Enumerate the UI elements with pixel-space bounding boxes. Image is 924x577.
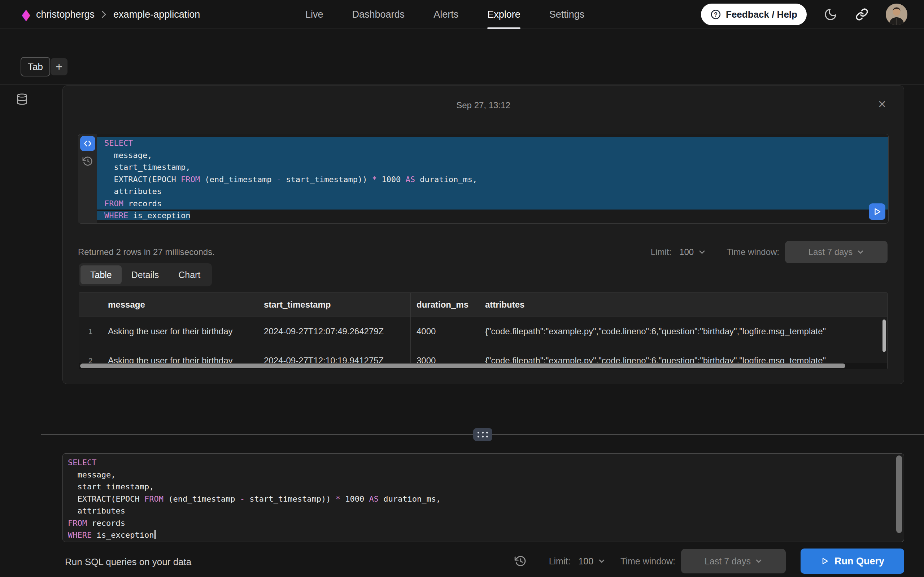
close-icon[interactable]: ✕ bbox=[878, 98, 887, 110]
database-schema-icon[interactable] bbox=[16, 93, 28, 105]
feedback-help-button[interactable]: ? Feedback / Help bbox=[701, 3, 807, 25]
svg-text:?: ? bbox=[714, 11, 717, 18]
sql-line: EXTRACT(EPOCH FROM (end_timestamp - star… bbox=[63, 493, 904, 505]
result-controls: Limit: 100 Time window: Last 7 days bbox=[651, 241, 888, 263]
chevron-right-icon bbox=[101, 10, 107, 18]
question-circle-icon: ? bbox=[710, 9, 721, 20]
tab-details[interactable]: Details bbox=[122, 266, 168, 284]
query-tab[interactable]: Tab bbox=[21, 57, 50, 76]
sql-line: start_timestamp, bbox=[63, 481, 904, 493]
table-horizontal-scrollbar[interactable] bbox=[80, 364, 845, 368]
result-status-text: Returned 2 rows in 27 milliseconds. bbox=[78, 247, 215, 257]
pane-splitter-handle[interactable] bbox=[473, 428, 492, 441]
sql-line: EXTRACT(EPOCH FROM (end_timestamp - star… bbox=[97, 174, 888, 186]
dark-mode-moon-icon[interactable] bbox=[824, 8, 837, 21]
sql-line: message, bbox=[63, 469, 904, 481]
chevron-down-icon bbox=[857, 250, 864, 254]
query-result-card: Sep 27, 13:12 ✕ SELECT message, start_ti… bbox=[63, 85, 904, 384]
table-vertical-scrollbar[interactable] bbox=[882, 319, 886, 352]
cell-start-timestamp: 2024-09-27T12:07:49.264279Z bbox=[258, 317, 411, 346]
sql-line: SELECT bbox=[63, 456, 904, 469]
time-window-label: Time window: bbox=[727, 247, 779, 257]
footer-hint-text: Run SQL queries on your data bbox=[65, 556, 191, 567]
header-actions: ? Feedback / Help bbox=[701, 0, 908, 29]
time-window-dropdown[interactable]: Last 7 days bbox=[785, 241, 888, 263]
sql-line: start_timestamp, bbox=[97, 161, 888, 174]
sql-query-editor[interactable]: SELECT message, start_timestamp, EXTRACT… bbox=[63, 453, 904, 542]
chevron-down-icon bbox=[755, 559, 762, 563]
limit-label: Limit: bbox=[549, 556, 571, 567]
drag-dots-icon bbox=[478, 432, 488, 437]
column-header-start-timestamp: start_timestamp bbox=[258, 293, 411, 317]
tab-strip-divider bbox=[0, 84, 924, 85]
limit-dropdown[interactable]: 100 bbox=[578, 556, 605, 567]
tab-table[interactable]: Table bbox=[81, 266, 122, 284]
editor-gutter bbox=[78, 134, 97, 223]
editor-vertical-scrollbar[interactable] bbox=[896, 456, 902, 533]
sql-line: FROM records bbox=[97, 198, 888, 210]
table-horizontal-scrollbar-track bbox=[79, 363, 887, 369]
share-link-icon[interactable] bbox=[855, 8, 868, 21]
row-number-header bbox=[79, 293, 102, 317]
run-query-button[interactable]: Run Query bbox=[801, 548, 904, 574]
nav-item-live[interactable]: Live bbox=[305, 0, 323, 29]
cell-duration-ms: 4000 bbox=[411, 317, 479, 346]
sql-line: attributes bbox=[97, 185, 888, 198]
history-icon[interactable] bbox=[514, 555, 527, 567]
tab-chart[interactable]: Chart bbox=[168, 266, 210, 284]
main-nav: Live Dashboards Alerts Explore Settings bbox=[305, 0, 584, 29]
breadcrumb: christophergs example-application bbox=[36, 0, 200, 29]
cell-message: Asking the user for their birthday bbox=[102, 317, 258, 346]
text-cursor bbox=[155, 530, 155, 539]
result-timestamp: Sep 27, 13:12 bbox=[63, 100, 904, 110]
row-number: 1 bbox=[79, 317, 102, 346]
add-tab-button[interactable]: + bbox=[50, 58, 68, 76]
cell-attributes: {"code.filepath":"example.py","code.line… bbox=[479, 317, 887, 346]
limit-dropdown[interactable]: 100 bbox=[679, 247, 706, 257]
nav-item-settings[interactable]: Settings bbox=[549, 0, 585, 29]
sql-line: SELECT bbox=[97, 137, 888, 149]
sql-line: WHERE is_exception bbox=[97, 210, 888, 222]
feedback-help-label: Feedback / Help bbox=[726, 9, 797, 20]
top-nav-bar: ◆ christophergs example-application Live… bbox=[0, 0, 924, 29]
view-switcher: Table Details Chart bbox=[79, 263, 212, 286]
result-status-row: Returned 2 rows in 27 milliseconds. Limi… bbox=[78, 241, 888, 263]
run-query-label: Run Query bbox=[835, 556, 884, 567]
chevron-down-icon bbox=[598, 559, 605, 563]
column-header-duration-ms: duration_ms bbox=[411, 293, 479, 317]
limit-value: 100 bbox=[679, 247, 694, 257]
nav-item-dashboards[interactable]: Dashboards bbox=[352, 0, 405, 29]
column-header-message: message bbox=[102, 293, 258, 317]
executed-sql-editor[interactable]: SELECT message, start_timestamp, EXTRACT… bbox=[78, 134, 888, 224]
nav-item-explore[interactable]: Explore bbox=[487, 0, 520, 29]
results-table: message start_timestamp duration_ms attr… bbox=[79, 292, 888, 369]
column-header-attributes: attributes bbox=[479, 293, 887, 317]
query-history-icon[interactable] bbox=[82, 156, 93, 167]
sql-line: FROM records bbox=[63, 517, 904, 529]
logfire-logo-icon[interactable]: ◆ bbox=[22, 3, 30, 26]
sql-code-selected[interactable]: SELECT message, start_timestamp, EXTRACT… bbox=[97, 134, 888, 223]
sql-line: attributes bbox=[63, 505, 904, 517]
limit-label: Limit: bbox=[651, 247, 671, 257]
sidebar-divider bbox=[41, 85, 41, 577]
time-window-value: Last 7 days bbox=[704, 556, 751, 567]
table-header-row: message start_timestamp duration_ms attr… bbox=[79, 293, 887, 317]
sql-line: WHERE is_exception bbox=[63, 529, 904, 541]
breadcrumb-org[interactable]: christophergs bbox=[36, 9, 95, 20]
code-mode-icon[interactable] bbox=[80, 136, 95, 151]
sql-line: message, bbox=[97, 149, 888, 161]
chevron-down-icon bbox=[698, 250, 706, 254]
run-query-icon-button[interactable] bbox=[869, 203, 885, 220]
footer-controls: Limit: 100 Time window: Last 7 days Run … bbox=[514, 548, 904, 574]
play-icon bbox=[821, 557, 829, 566]
table-row[interactable]: 1 Asking the user for their birthday 202… bbox=[79, 317, 887, 346]
time-window-dropdown[interactable]: Last 7 days bbox=[681, 549, 786, 574]
breadcrumb-project[interactable]: example-application bbox=[113, 9, 200, 20]
user-avatar[interactable] bbox=[886, 3, 908, 25]
nav-item-alerts[interactable]: Alerts bbox=[433, 0, 459, 29]
time-window-value: Last 7 days bbox=[809, 247, 853, 257]
time-window-label: Time window: bbox=[620, 556, 675, 567]
limit-value: 100 bbox=[578, 556, 593, 567]
